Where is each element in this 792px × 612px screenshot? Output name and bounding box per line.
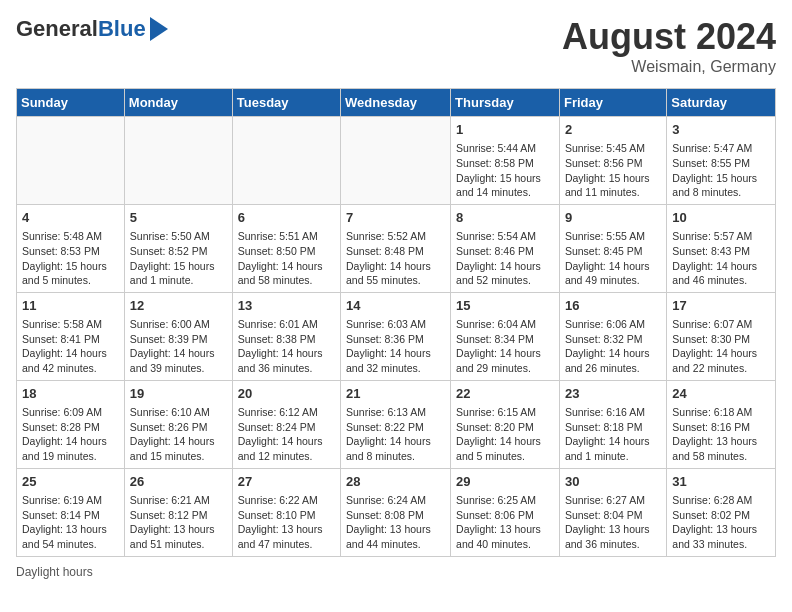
- calendar-week-row: 25Sunrise: 6:19 AM Sunset: 8:14 PM Dayli…: [17, 468, 776, 556]
- day-info: Sunrise: 6:03 AM Sunset: 8:36 PM Dayligh…: [346, 317, 445, 376]
- day-number: 6: [238, 209, 335, 227]
- col-tuesday: Tuesday: [232, 89, 340, 117]
- day-number: 27: [238, 473, 335, 491]
- day-info: Sunrise: 5:52 AM Sunset: 8:48 PM Dayligh…: [346, 229, 445, 288]
- day-number: 24: [672, 385, 770, 403]
- day-number: 11: [22, 297, 119, 315]
- day-info: Sunrise: 5:51 AM Sunset: 8:50 PM Dayligh…: [238, 229, 335, 288]
- table-row: 8Sunrise: 5:54 AM Sunset: 8:46 PM Daylig…: [451, 204, 560, 292]
- table-row: 20Sunrise: 6:12 AM Sunset: 8:24 PM Dayli…: [232, 380, 340, 468]
- day-number: 31: [672, 473, 770, 491]
- day-number: 1: [456, 121, 554, 139]
- day-info: Sunrise: 5:47 AM Sunset: 8:55 PM Dayligh…: [672, 141, 770, 200]
- day-number: 20: [238, 385, 335, 403]
- day-number: 4: [22, 209, 119, 227]
- col-friday: Friday: [559, 89, 666, 117]
- footer-note: Daylight hours: [16, 565, 776, 579]
- logo-blue-text: Blue: [98, 16, 146, 42]
- table-row: 24Sunrise: 6:18 AM Sunset: 8:16 PM Dayli…: [667, 380, 776, 468]
- day-info: Sunrise: 6:28 AM Sunset: 8:02 PM Dayligh…: [672, 493, 770, 552]
- logo: General Blue: [16, 16, 168, 42]
- calendar-week-row: 11Sunrise: 5:58 AM Sunset: 8:41 PM Dayli…: [17, 292, 776, 380]
- day-info: Sunrise: 6:16 AM Sunset: 8:18 PM Dayligh…: [565, 405, 661, 464]
- day-number: 21: [346, 385, 445, 403]
- day-number: 13: [238, 297, 335, 315]
- day-info: Sunrise: 6:22 AM Sunset: 8:10 PM Dayligh…: [238, 493, 335, 552]
- page-header: General Blue August 2024 Weismain, Germa…: [16, 16, 776, 76]
- day-number: 23: [565, 385, 661, 403]
- table-row: 27Sunrise: 6:22 AM Sunset: 8:10 PM Dayli…: [232, 468, 340, 556]
- table-row: 3Sunrise: 5:47 AM Sunset: 8:55 PM Daylig…: [667, 117, 776, 205]
- day-number: 19: [130, 385, 227, 403]
- day-info: Sunrise: 5:58 AM Sunset: 8:41 PM Dayligh…: [22, 317, 119, 376]
- day-number: 7: [346, 209, 445, 227]
- day-info: Sunrise: 6:25 AM Sunset: 8:06 PM Dayligh…: [456, 493, 554, 552]
- day-info: Sunrise: 6:18 AM Sunset: 8:16 PM Dayligh…: [672, 405, 770, 464]
- day-info: Sunrise: 5:57 AM Sunset: 8:43 PM Dayligh…: [672, 229, 770, 288]
- table-row: [17, 117, 125, 205]
- day-number: 16: [565, 297, 661, 315]
- table-row: 9Sunrise: 5:55 AM Sunset: 8:45 PM Daylig…: [559, 204, 666, 292]
- day-number: 14: [346, 297, 445, 315]
- col-thursday: Thursday: [451, 89, 560, 117]
- table-row: 22Sunrise: 6:15 AM Sunset: 8:20 PM Dayli…: [451, 380, 560, 468]
- day-info: Sunrise: 5:55 AM Sunset: 8:45 PM Dayligh…: [565, 229, 661, 288]
- col-sunday: Sunday: [17, 89, 125, 117]
- day-info: Sunrise: 6:27 AM Sunset: 8:04 PM Dayligh…: [565, 493, 661, 552]
- col-saturday: Saturday: [667, 89, 776, 117]
- day-info: Sunrise: 6:07 AM Sunset: 8:30 PM Dayligh…: [672, 317, 770, 376]
- table-row: 14Sunrise: 6:03 AM Sunset: 8:36 PM Dayli…: [341, 292, 451, 380]
- table-row: 28Sunrise: 6:24 AM Sunset: 8:08 PM Dayli…: [341, 468, 451, 556]
- calendar-header-row: Sunday Monday Tuesday Wednesday Thursday…: [17, 89, 776, 117]
- table-row: 1Sunrise: 5:44 AM Sunset: 8:58 PM Daylig…: [451, 117, 560, 205]
- day-number: 28: [346, 473, 445, 491]
- day-number: 9: [565, 209, 661, 227]
- day-number: 5: [130, 209, 227, 227]
- day-number: 26: [130, 473, 227, 491]
- table-row: 25Sunrise: 6:19 AM Sunset: 8:14 PM Dayli…: [17, 468, 125, 556]
- day-number: 30: [565, 473, 661, 491]
- day-info: Sunrise: 6:19 AM Sunset: 8:14 PM Dayligh…: [22, 493, 119, 552]
- day-info: Sunrise: 6:13 AM Sunset: 8:22 PM Dayligh…: [346, 405, 445, 464]
- day-info: Sunrise: 5:50 AM Sunset: 8:52 PM Dayligh…: [130, 229, 227, 288]
- table-row: 4Sunrise: 5:48 AM Sunset: 8:53 PM Daylig…: [17, 204, 125, 292]
- table-row: 11Sunrise: 5:58 AM Sunset: 8:41 PM Dayli…: [17, 292, 125, 380]
- day-info: Sunrise: 6:12 AM Sunset: 8:24 PM Dayligh…: [238, 405, 335, 464]
- day-number: 3: [672, 121, 770, 139]
- table-row: [232, 117, 340, 205]
- day-info: Sunrise: 6:09 AM Sunset: 8:28 PM Dayligh…: [22, 405, 119, 464]
- table-row: 19Sunrise: 6:10 AM Sunset: 8:26 PM Dayli…: [124, 380, 232, 468]
- calendar-week-row: 18Sunrise: 6:09 AM Sunset: 8:28 PM Dayli…: [17, 380, 776, 468]
- table-row: 21Sunrise: 6:13 AM Sunset: 8:22 PM Dayli…: [341, 380, 451, 468]
- day-number: 17: [672, 297, 770, 315]
- table-row: 2Sunrise: 5:45 AM Sunset: 8:56 PM Daylig…: [559, 117, 666, 205]
- day-number: 8: [456, 209, 554, 227]
- day-number: 2: [565, 121, 661, 139]
- col-monday: Monday: [124, 89, 232, 117]
- table-row: 7Sunrise: 5:52 AM Sunset: 8:48 PM Daylig…: [341, 204, 451, 292]
- day-number: 25: [22, 473, 119, 491]
- table-row: 15Sunrise: 6:04 AM Sunset: 8:34 PM Dayli…: [451, 292, 560, 380]
- table-row: 23Sunrise: 6:16 AM Sunset: 8:18 PM Dayli…: [559, 380, 666, 468]
- table-row: 16Sunrise: 6:06 AM Sunset: 8:32 PM Dayli…: [559, 292, 666, 380]
- calendar-table: Sunday Monday Tuesday Wednesday Thursday…: [16, 88, 776, 557]
- col-wednesday: Wednesday: [341, 89, 451, 117]
- logo-general-text: General: [16, 16, 98, 42]
- day-info: Sunrise: 6:10 AM Sunset: 8:26 PM Dayligh…: [130, 405, 227, 464]
- table-row: 30Sunrise: 6:27 AM Sunset: 8:04 PM Dayli…: [559, 468, 666, 556]
- day-number: 12: [130, 297, 227, 315]
- table-row: [124, 117, 232, 205]
- calendar-week-row: 4Sunrise: 5:48 AM Sunset: 8:53 PM Daylig…: [17, 204, 776, 292]
- table-row: 6Sunrise: 5:51 AM Sunset: 8:50 PM Daylig…: [232, 204, 340, 292]
- table-row: 10Sunrise: 5:57 AM Sunset: 8:43 PM Dayli…: [667, 204, 776, 292]
- table-row: 17Sunrise: 6:07 AM Sunset: 8:30 PM Dayli…: [667, 292, 776, 380]
- day-info: Sunrise: 6:04 AM Sunset: 8:34 PM Dayligh…: [456, 317, 554, 376]
- location: Weismain, Germany: [562, 58, 776, 76]
- day-number: 15: [456, 297, 554, 315]
- day-info: Sunrise: 6:21 AM Sunset: 8:12 PM Dayligh…: [130, 493, 227, 552]
- day-info: Sunrise: 6:06 AM Sunset: 8:32 PM Dayligh…: [565, 317, 661, 376]
- day-number: 10: [672, 209, 770, 227]
- daylight-hours-label: Daylight hours: [16, 565, 93, 579]
- day-info: Sunrise: 6:00 AM Sunset: 8:39 PM Dayligh…: [130, 317, 227, 376]
- table-row: 13Sunrise: 6:01 AM Sunset: 8:38 PM Dayli…: [232, 292, 340, 380]
